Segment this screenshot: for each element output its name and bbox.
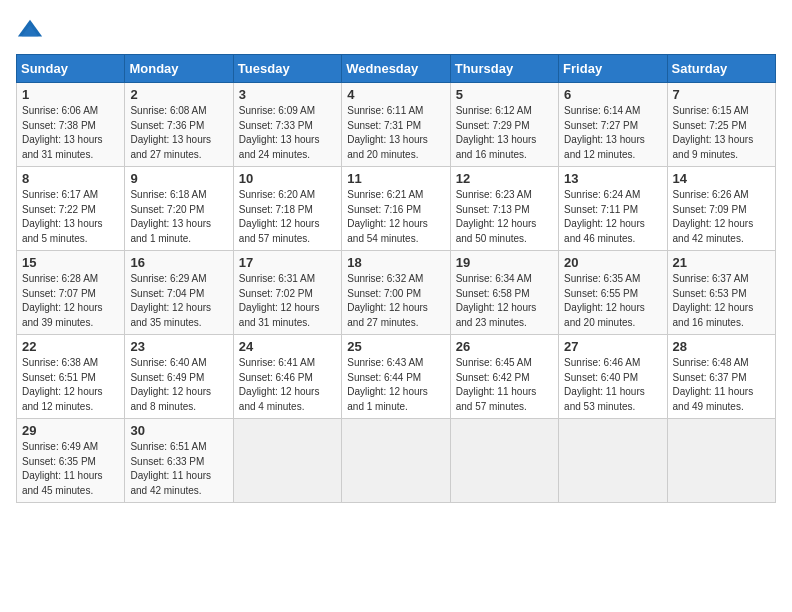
day-info: Sunrise: 6:40 AM Sunset: 6:49 PM Dayligh…: [130, 356, 227, 414]
day-info: Sunrise: 6:38 AM Sunset: 6:51 PM Dayligh…: [22, 356, 119, 414]
calendar-week-5: 29Sunrise: 6:49 AM Sunset: 6:35 PM Dayli…: [17, 419, 776, 503]
day-info: Sunrise: 6:35 AM Sunset: 6:55 PM Dayligh…: [564, 272, 661, 330]
calendar-cell: 13Sunrise: 6:24 AM Sunset: 7:11 PM Dayli…: [559, 167, 667, 251]
calendar-cell: [667, 419, 775, 503]
day-number: 17: [239, 255, 336, 270]
day-number: 9: [130, 171, 227, 186]
day-info: Sunrise: 6:06 AM Sunset: 7:38 PM Dayligh…: [22, 104, 119, 162]
day-info: Sunrise: 6:21 AM Sunset: 7:16 PM Dayligh…: [347, 188, 444, 246]
day-header-thursday: Thursday: [450, 55, 558, 83]
calendar-week-2: 8Sunrise: 6:17 AM Sunset: 7:22 PM Daylig…: [17, 167, 776, 251]
day-info: Sunrise: 6:20 AM Sunset: 7:18 PM Dayligh…: [239, 188, 336, 246]
day-number: 29: [22, 423, 119, 438]
calendar-cell: 7Sunrise: 6:15 AM Sunset: 7:25 PM Daylig…: [667, 83, 775, 167]
day-number: 12: [456, 171, 553, 186]
calendar-cell: 20Sunrise: 6:35 AM Sunset: 6:55 PM Dayli…: [559, 251, 667, 335]
day-header-monday: Monday: [125, 55, 233, 83]
day-number: 16: [130, 255, 227, 270]
day-number: 7: [673, 87, 770, 102]
day-info: Sunrise: 6:43 AM Sunset: 6:44 PM Dayligh…: [347, 356, 444, 414]
day-info: Sunrise: 6:12 AM Sunset: 7:29 PM Dayligh…: [456, 104, 553, 162]
calendar-cell: 2Sunrise: 6:08 AM Sunset: 7:36 PM Daylig…: [125, 83, 233, 167]
day-number: 1: [22, 87, 119, 102]
day-info: Sunrise: 6:09 AM Sunset: 7:33 PM Dayligh…: [239, 104, 336, 162]
day-number: 18: [347, 255, 444, 270]
day-header-wednesday: Wednesday: [342, 55, 450, 83]
day-number: 8: [22, 171, 119, 186]
logo: [16, 16, 48, 44]
calendar-cell: 4Sunrise: 6:11 AM Sunset: 7:31 PM Daylig…: [342, 83, 450, 167]
calendar-cell: 5Sunrise: 6:12 AM Sunset: 7:29 PM Daylig…: [450, 83, 558, 167]
logo-icon: [16, 16, 44, 44]
day-number: 14: [673, 171, 770, 186]
calendar-cell: 1Sunrise: 6:06 AM Sunset: 7:38 PM Daylig…: [17, 83, 125, 167]
day-info: Sunrise: 6:14 AM Sunset: 7:27 PM Dayligh…: [564, 104, 661, 162]
calendar-cell: 18Sunrise: 6:32 AM Sunset: 7:00 PM Dayli…: [342, 251, 450, 335]
calendar-cell: 30Sunrise: 6:51 AM Sunset: 6:33 PM Dayli…: [125, 419, 233, 503]
day-info: Sunrise: 6:26 AM Sunset: 7:09 PM Dayligh…: [673, 188, 770, 246]
day-number: 25: [347, 339, 444, 354]
day-header-saturday: Saturday: [667, 55, 775, 83]
calendar-cell: 26Sunrise: 6:45 AM Sunset: 6:42 PM Dayli…: [450, 335, 558, 419]
day-info: Sunrise: 6:37 AM Sunset: 6:53 PM Dayligh…: [673, 272, 770, 330]
day-number: 3: [239, 87, 336, 102]
day-number: 21: [673, 255, 770, 270]
calendar-cell: 12Sunrise: 6:23 AM Sunset: 7:13 PM Dayli…: [450, 167, 558, 251]
calendar-cell: 17Sunrise: 6:31 AM Sunset: 7:02 PM Dayli…: [233, 251, 341, 335]
calendar-cell: 24Sunrise: 6:41 AM Sunset: 6:46 PM Dayli…: [233, 335, 341, 419]
day-number: 11: [347, 171, 444, 186]
calendar-cell: 8Sunrise: 6:17 AM Sunset: 7:22 PM Daylig…: [17, 167, 125, 251]
day-number: 24: [239, 339, 336, 354]
day-number: 26: [456, 339, 553, 354]
calendar-cell: 27Sunrise: 6:46 AM Sunset: 6:40 PM Dayli…: [559, 335, 667, 419]
day-number: 6: [564, 87, 661, 102]
calendar-cell: [559, 419, 667, 503]
day-info: Sunrise: 6:41 AM Sunset: 6:46 PM Dayligh…: [239, 356, 336, 414]
calendar-cell: 23Sunrise: 6:40 AM Sunset: 6:49 PM Dayli…: [125, 335, 233, 419]
calendar-cell: 16Sunrise: 6:29 AM Sunset: 7:04 PM Dayli…: [125, 251, 233, 335]
day-info: Sunrise: 6:24 AM Sunset: 7:11 PM Dayligh…: [564, 188, 661, 246]
day-number: 13: [564, 171, 661, 186]
day-info: Sunrise: 6:23 AM Sunset: 7:13 PM Dayligh…: [456, 188, 553, 246]
day-info: Sunrise: 6:32 AM Sunset: 7:00 PM Dayligh…: [347, 272, 444, 330]
day-info: Sunrise: 6:11 AM Sunset: 7:31 PM Dayligh…: [347, 104, 444, 162]
day-info: Sunrise: 6:18 AM Sunset: 7:20 PM Dayligh…: [130, 188, 227, 246]
calendar-cell: 6Sunrise: 6:14 AM Sunset: 7:27 PM Daylig…: [559, 83, 667, 167]
day-info: Sunrise: 6:17 AM Sunset: 7:22 PM Dayligh…: [22, 188, 119, 246]
calendar-cell: 29Sunrise: 6:49 AM Sunset: 6:35 PM Dayli…: [17, 419, 125, 503]
calendar-cell: [233, 419, 341, 503]
day-info: Sunrise: 6:28 AM Sunset: 7:07 PM Dayligh…: [22, 272, 119, 330]
day-info: Sunrise: 6:08 AM Sunset: 7:36 PM Dayligh…: [130, 104, 227, 162]
calendar-week-4: 22Sunrise: 6:38 AM Sunset: 6:51 PM Dayli…: [17, 335, 776, 419]
calendar-table: SundayMondayTuesdayWednesdayThursdayFrid…: [16, 54, 776, 503]
calendar-cell: [450, 419, 558, 503]
day-number: 10: [239, 171, 336, 186]
day-info: Sunrise: 6:34 AM Sunset: 6:58 PM Dayligh…: [456, 272, 553, 330]
day-info: Sunrise: 6:51 AM Sunset: 6:33 PM Dayligh…: [130, 440, 227, 498]
day-header-sunday: Sunday: [17, 55, 125, 83]
day-info: Sunrise: 6:48 AM Sunset: 6:37 PM Dayligh…: [673, 356, 770, 414]
day-header-tuesday: Tuesday: [233, 55, 341, 83]
calendar-cell: 15Sunrise: 6:28 AM Sunset: 7:07 PM Dayli…: [17, 251, 125, 335]
day-info: Sunrise: 6:45 AM Sunset: 6:42 PM Dayligh…: [456, 356, 553, 414]
calendar-week-3: 15Sunrise: 6:28 AM Sunset: 7:07 PM Dayli…: [17, 251, 776, 335]
calendar-cell: 25Sunrise: 6:43 AM Sunset: 6:44 PM Dayli…: [342, 335, 450, 419]
calendar-cell: 3Sunrise: 6:09 AM Sunset: 7:33 PM Daylig…: [233, 83, 341, 167]
day-number: 22: [22, 339, 119, 354]
calendar-cell: 9Sunrise: 6:18 AM Sunset: 7:20 PM Daylig…: [125, 167, 233, 251]
day-number: 4: [347, 87, 444, 102]
day-info: Sunrise: 6:49 AM Sunset: 6:35 PM Dayligh…: [22, 440, 119, 498]
calendar-cell: 14Sunrise: 6:26 AM Sunset: 7:09 PM Dayli…: [667, 167, 775, 251]
calendar-cell: 28Sunrise: 6:48 AM Sunset: 6:37 PM Dayli…: [667, 335, 775, 419]
calendar-week-1: 1Sunrise: 6:06 AM Sunset: 7:38 PM Daylig…: [17, 83, 776, 167]
day-number: 5: [456, 87, 553, 102]
day-number: 20: [564, 255, 661, 270]
day-number: 15: [22, 255, 119, 270]
day-number: 28: [673, 339, 770, 354]
day-info: Sunrise: 6:29 AM Sunset: 7:04 PM Dayligh…: [130, 272, 227, 330]
day-info: Sunrise: 6:31 AM Sunset: 7:02 PM Dayligh…: [239, 272, 336, 330]
calendar-cell: 11Sunrise: 6:21 AM Sunset: 7:16 PM Dayli…: [342, 167, 450, 251]
day-header-friday: Friday: [559, 55, 667, 83]
calendar-cell: 22Sunrise: 6:38 AM Sunset: 6:51 PM Dayli…: [17, 335, 125, 419]
day-info: Sunrise: 6:15 AM Sunset: 7:25 PM Dayligh…: [673, 104, 770, 162]
